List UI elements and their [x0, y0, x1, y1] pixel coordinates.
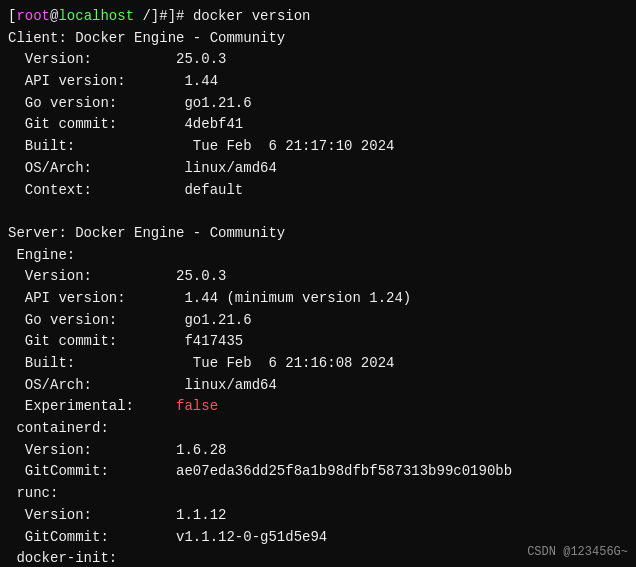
server-version: Version: 25.0.3 — [8, 266, 628, 288]
containerd-gitcommit: GitCommit: ae07eda36dd25f8a1b98dfbf58731… — [8, 461, 628, 483]
client-context: Context: default — [8, 180, 628, 202]
prompt-host: localhost — [58, 8, 134, 24]
server-experimental: Experimental: false — [8, 396, 628, 418]
client-header: Client: Docker Engine - Community — [8, 28, 628, 50]
server-header: Server: Docker Engine - Community — [8, 223, 628, 245]
runc-label: runc: — [8, 483, 628, 505]
server-go: Go version: go1.21.6 — [8, 310, 628, 332]
server-api: API version: 1.44 (minimum version 1.24) — [8, 288, 628, 310]
prompt: [root@localhost /]#]# — [8, 6, 184, 28]
experimental-value: false — [134, 396, 218, 418]
engine-label: Engine: — [8, 245, 628, 267]
runc-version: Version: 1.1.12 — [8, 505, 628, 527]
client-version: Version: 25.0.3 — [8, 49, 628, 71]
server-built: Built: Tue Feb 6 21:16:08 2024 — [8, 353, 628, 375]
blank-line-1 — [8, 201, 628, 223]
containerd-label: containerd: — [8, 418, 628, 440]
watermark: CSDN @123456G~ — [527, 545, 628, 559]
client-os: OS/Arch: linux/amd64 — [8, 158, 628, 180]
server-git: Git commit: f417435 — [8, 331, 628, 353]
command-text: docker version — [184, 6, 310, 28]
containerd-version: Version: 1.6.28 — [8, 440, 628, 462]
client-go: Go version: go1.21.6 — [8, 93, 628, 115]
client-built: Built: Tue Feb 6 21:17:10 2024 — [8, 136, 628, 158]
client-api: API version: 1.44 — [8, 71, 628, 93]
server-os: OS/Arch: linux/amd64 — [8, 375, 628, 397]
terminal: [root@localhost /]#]# docker version Cli… — [0, 0, 636, 567]
client-git: Git commit: 4debf41 — [8, 114, 628, 136]
command-line: [root@localhost /]#]# docker version — [8, 6, 628, 28]
prompt-user: root — [16, 8, 50, 24]
